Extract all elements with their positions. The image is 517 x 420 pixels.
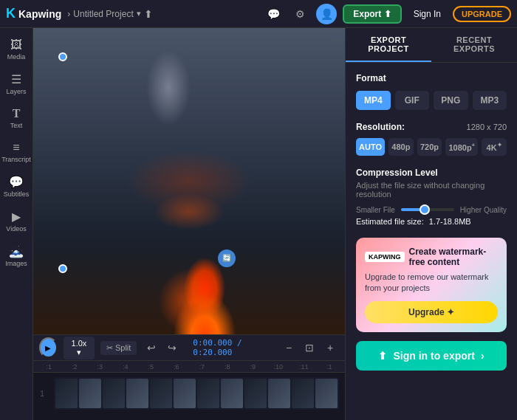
- speed-dropdown-icon: ▾: [77, 348, 81, 357]
- sidebar-label-transcript: Transcript: [1, 156, 31, 163]
- ruler-marks: :1 :2 :3 :4 :5 :6 :7 :8 :9 :10 :11 :1: [36, 363, 342, 371]
- time-display: 0:00.000 / 0:20.000: [193, 338, 274, 357]
- sidebar-item-images[interactable]: 🗻 Images: [0, 240, 32, 272]
- timeline-bar: ▶ 1.0x ▾ ✂ Split ↩ ↪ 0:00.000 / 0:20.000…: [33, 334, 345, 361]
- sidebar-item-transcript[interactable]: ≡ Transcript: [0, 137, 32, 168]
- ruler-mark-12: :1: [317, 363, 343, 371]
- track-thumb-9: [244, 379, 267, 408]
- ruler-mark-3: :3: [87, 363, 113, 371]
- format-png[interactable]: PNG: [434, 91, 468, 110]
- ruler-mark-10: :10: [266, 363, 292, 371]
- video-controls: ···: [330, 34, 339, 46]
- res-1080p[interactable]: 1080p+: [445, 138, 478, 156]
- track-thumb-6: [174, 379, 196, 408]
- track-thumb-7: [197, 379, 219, 408]
- play-button[interactable]: ▶: [39, 337, 58, 358]
- dropdown-icon[interactable]: ▾: [137, 9, 141, 18]
- kapwing-logo-small: KAPWING: [365, 252, 405, 262]
- panel-tabs: EXPORT PROJECT RECENT EXPORTS: [346, 28, 517, 63]
- watermark-card: KAPWING Create watermark-free content Up…: [356, 238, 507, 333]
- slider-row: Smaller File Higher Quality: [356, 206, 507, 214]
- compression-desc: Adjust the file size without changing re…: [356, 181, 507, 199]
- right-panel: EXPORT PROJECT RECENT EXPORTS Format MP4…: [345, 28, 517, 420]
- videos-icon: ▶: [12, 210, 21, 224]
- tab-export-project[interactable]: EXPORT PROJECT: [346, 28, 431, 62]
- ruler-mark-1: :1: [36, 363, 62, 371]
- text-icon: T: [13, 107, 21, 120]
- handle-top[interactable]: [58, 52, 67, 61]
- format-mp4[interactable]: MP4: [356, 91, 391, 110]
- res-4k[interactable]: 4K✦: [482, 138, 507, 156]
- format-gif[interactable]: GIF: [395, 91, 430, 110]
- sidebar-label-videos: Videos: [6, 225, 26, 233]
- sidebar-item-layers[interactable]: ☰ Layers: [0, 68, 32, 100]
- settings-icon[interactable]: ⚙: [290, 4, 310, 24]
- center-sync-icon[interactable]: 🔄: [218, 249, 236, 267]
- ruler-mark-5: :5: [138, 363, 164, 371]
- breadcrumb: › Untitled Project ▾ ⬆: [67, 8, 152, 20]
- video-area: 🔄 ···: [33, 28, 345, 334]
- track-thumb-2: [79, 379, 101, 408]
- more-icon[interactable]: ···: [330, 34, 339, 46]
- resolution-buttons: AUTO 480p 720p 1080p+ 4K✦: [356, 138, 507, 156]
- resolution-row: Resolution: 1280 x 720: [356, 122, 507, 132]
- upgrade-button[interactable]: UPGRADE: [453, 6, 511, 22]
- topbar-icons: 💬 ⚙ 👤 Export ⬆ Sign In: [263, 4, 447, 24]
- slider-thumb[interactable]: [420, 204, 430, 215]
- export-button[interactable]: Export ⬆: [343, 4, 401, 24]
- fit-button[interactable]: ⊡: [301, 339, 318, 357]
- signin-export-arrow: ›: [481, 350, 485, 362]
- sidebar-item-media[interactable]: 🖼 Media: [0, 34, 32, 65]
- split-button[interactable]: ✂ Split: [100, 341, 137, 355]
- track-thumb-4: [126, 379, 148, 408]
- split-icon: ✂: [106, 343, 113, 353]
- resolution-value: 1280 x 720: [467, 123, 507, 131]
- topbar: K Kapwing › Untitled Project ▾ ⬆ 💬 ⚙ 👤 E…: [0, 0, 517, 28]
- sidebar-item-videos[interactable]: ▶ Videos: [0, 205, 32, 237]
- watermark-title: Create watermark-free content: [409, 247, 499, 267]
- filesize-row: Estimated file size: 1.7-18.8MB: [356, 217, 507, 226]
- layers-icon: ☰: [11, 72, 21, 86]
- res-1080p-badge: +: [472, 142, 476, 148]
- track-thumb-11: [292, 379, 314, 408]
- zoom-in-button[interactable]: +: [321, 339, 339, 357]
- speed-value: 1.0x: [72, 339, 87, 348]
- res-4k-badge: ✦: [497, 142, 502, 148]
- zoom-out-button[interactable]: −: [280, 339, 298, 357]
- res-720p[interactable]: 720p: [417, 138, 442, 156]
- timeline-controls: − ⊡ +: [280, 339, 339, 357]
- video-placeholder: 🔄 ···: [33, 28, 345, 334]
- tab-recent-exports[interactable]: RECENT EXPORTS: [431, 28, 517, 62]
- signin-export-button[interactable]: ⬆ Sign in to export ›: [356, 341, 507, 371]
- res-480p[interactable]: 480p: [388, 138, 414, 156]
- timeline: :1 :2 :3 :4 :5 :6 :7 :8 :9 :10 :11 :1 1: [33, 361, 345, 420]
- compression-label: Compression Level: [356, 168, 507, 178]
- handle-bottom[interactable]: [58, 264, 67, 273]
- subtitles-icon: 💬: [9, 175, 24, 189]
- project-name: Untitled Project: [73, 9, 133, 19]
- speed-button[interactable]: 1.0x ▾: [64, 337, 95, 359]
- sidebar-label-text: Text: [10, 122, 23, 129]
- user-icon[interactable]: 👤: [316, 4, 337, 24]
- format-mp3[interactable]: MP3: [473, 91, 507, 110]
- compression-slider-track[interactable]: [401, 208, 454, 211]
- wm-header: KAPWING Create watermark-free content: [365, 247, 498, 267]
- video-track[interactable]: [54, 377, 339, 410]
- comment-icon[interactable]: 💬: [263, 4, 284, 24]
- format-section-label: Format: [356, 73, 507, 83]
- redo-button[interactable]: ↪: [163, 339, 181, 357]
- share-icon[interactable]: ⬆: [144, 8, 153, 20]
- res-auto[interactable]: AUTO: [356, 138, 385, 156]
- split-label: Split: [115, 343, 131, 352]
- sidebar-item-text[interactable]: T Text: [0, 103, 32, 134]
- upgrade-card-button[interactable]: Upgrade ✦: [365, 301, 498, 323]
- undo-button[interactable]: ↩: [143, 339, 160, 357]
- slider-higher-label: Higher Quality: [460, 206, 507, 214]
- signin-button[interactable]: Sign In: [408, 6, 447, 22]
- sidebar-item-subtitles[interactable]: 💬 Subtitles: [0, 171, 32, 202]
- ruler-mark-7: :7: [189, 363, 215, 371]
- track-thumb-8: [221, 379, 243, 408]
- resolution-label: Resolution:: [356, 122, 405, 132]
- track-row: 1: [33, 373, 345, 414]
- images-icon: 🗻: [9, 244, 24, 258]
